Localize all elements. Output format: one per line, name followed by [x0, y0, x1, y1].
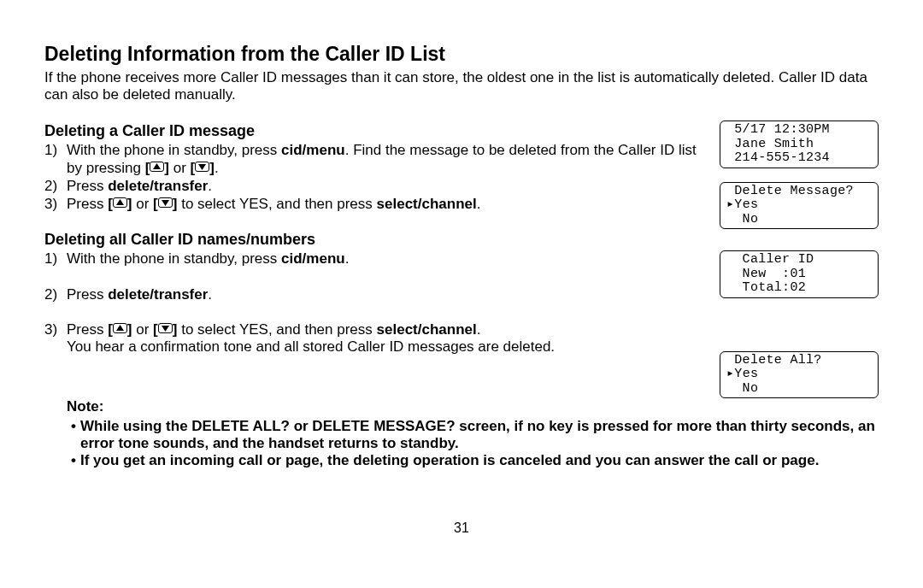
lcd-line: ▸Yes — [726, 368, 872, 382]
step-body: Press [] or [] to select YES, and then p… — [67, 196, 711, 213]
svg-marker-5 — [162, 326, 169, 332]
lcd-line: Jane Smith — [726, 138, 872, 152]
btn-label: delete/transfer — [108, 286, 208, 303]
txt: With the phone in standby, press — [67, 250, 281, 267]
page-title: Deleting Information from the Caller ID … — [44, 43, 879, 66]
txt: Press — [67, 178, 108, 194]
section1-steps: 1) With the phone in standby, press cid/… — [44, 142, 711, 212]
txt: or — [169, 160, 191, 176]
section1-text: Deleting a Caller ID message 1) With the… — [44, 121, 711, 227]
txt: to select YES, and then press — [177, 321, 376, 338]
up-arrow-icon — [150, 162, 164, 172]
lcd-line: Delete Message? — [726, 185, 872, 199]
note-label: Note: — [67, 398, 103, 415]
bullet-icon: • — [67, 452, 80, 469]
lcd-line: No — [726, 382, 872, 397]
lcd-col-1: 5/17 12:30PM Jane Smith 214-555-1234 Del… — [720, 121, 879, 229]
txt: Press — [67, 321, 108, 338]
lcd-line: Delete All? — [726, 354, 872, 368]
txt: . — [477, 196, 481, 212]
btn-label: [] — [145, 160, 169, 176]
lcd-caller-entry: 5/17 12:30PM Jane Smith 214-555-1234 — [720, 121, 879, 168]
note-block: Note: •While using the DELETE ALL? or DE… — [44, 398, 879, 468]
btn-label: [] — [108, 321, 132, 338]
txt: Press — [67, 286, 108, 303]
lcd-line: 214-555-1234 — [726, 151, 872, 166]
down-arrow-icon — [158, 197, 173, 208]
note-text: If you get an incoming call or page, the… — [80, 452, 879, 469]
btn-label: [] — [153, 196, 177, 212]
lcd-line: Caller ID — [726, 253, 872, 268]
down-arrow-icon — [195, 162, 209, 172]
step-number: 3) — [44, 321, 67, 338]
note-list: •While using the DELETE ALL? or DELETE M… — [44, 418, 879, 469]
step-2-1: 1) With the phone in standby, press cid/… — [44, 250, 711, 268]
txt: or — [132, 321, 154, 338]
svg-marker-2 — [116, 199, 124, 205]
step-body: Press delete/transfer. — [67, 286, 711, 303]
btn-label: [] — [108, 196, 132, 212]
btn-label: select/channel — [377, 196, 477, 212]
lcd-line: 5/17 12:30PM — [726, 123, 872, 138]
step-number: 3) — [44, 196, 67, 213]
step-number: 1) — [44, 250, 67, 268]
step-1-3: 3) Press [] or [] to select YES, and the… — [44, 196, 711, 213]
step-body: Press [] or [] to select YES, and then p… — [67, 321, 711, 356]
txt: . — [208, 178, 212, 194]
txt: You hear a confirmation tone and all sto… — [67, 338, 555, 355]
svg-marker-3 — [162, 200, 169, 206]
section-delete-all: 1) With the phone in standby, press cid/… — [44, 250, 879, 398]
lcd-line: ▸Yes — [726, 198, 872, 213]
txt: Press — [67, 196, 108, 212]
svg-marker-1 — [198, 164, 206, 170]
step-number: 2) — [44, 178, 67, 195]
section2-text: 1) With the phone in standby, press cid/… — [44, 250, 711, 356]
page-number: 31 — [44, 520, 879, 537]
lcd-col-2: Caller ID New :01 Total:02 Delete All?▸Y… — [720, 250, 879, 398]
step-1-2: 2) Press delete/transfer. — [44, 178, 711, 195]
btn-label: [] — [191, 160, 215, 176]
lcd-caller-id-totals: Caller ID New :01 Total:02 — [720, 250, 879, 298]
svg-marker-4 — [116, 325, 124, 331]
step-1-1: 1) With the phone in standby, press cid/… — [44, 142, 711, 176]
section1-heading: Deleting a Caller ID message — [44, 122, 711, 140]
down-arrow-icon — [158, 323, 173, 333]
lcd-line: New :01 — [726, 268, 872, 282]
txt: With the phone in standby, press — [67, 142, 281, 158]
bullet-icon: • — [67, 418, 80, 435]
lcd-delete-all: Delete All?▸Yes No — [720, 351, 879, 399]
section2-steps-2: 2) Press delete/transfer. — [44, 286, 711, 303]
step-body: Press delete/transfer. — [67, 178, 711, 195]
step-2-2: 2) Press delete/transfer. — [44, 286, 711, 303]
step-body: With the phone in standby, press cid/men… — [67, 142, 711, 176]
section2-steps: 1) With the phone in standby, press cid/… — [44, 250, 711, 268]
step-2-3: 3) Press [] or [] to select YES, and the… — [44, 321, 711, 356]
txt: to select YES, and then press — [177, 196, 376, 212]
up-arrow-icon — [113, 323, 127, 333]
step-number: 2) — [44, 286, 67, 303]
btn-label: [] — [153, 321, 177, 338]
svg-marker-0 — [153, 163, 161, 169]
note-text: While using the DELETE ALL? or DELETE ME… — [80, 418, 879, 452]
lcd-line: No — [726, 213, 872, 227]
section2-heading: Deleting all Caller ID names/numbers — [44, 231, 879, 249]
up-arrow-icon — [113, 197, 127, 208]
step-body: With the phone in standby, press cid/men… — [67, 250, 711, 268]
lcd-line: Total:02 — [726, 281, 872, 296]
txt: . — [477, 321, 481, 338]
txt: . — [345, 250, 350, 267]
btn-label: cid/menu — [281, 250, 345, 267]
lcd-delete-message: Delete Message?▸Yes No — [720, 182, 879, 230]
btn-label: cid/menu — [281, 142, 345, 158]
note-item: •If you get an incoming call or page, th… — [67, 452, 879, 469]
txt: . — [215, 160, 219, 176]
section-delete-one: Deleting a Caller ID message 1) With the… — [44, 121, 879, 229]
txt: or — [132, 196, 154, 212]
note-item: •While using the DELETE ALL? or DELETE M… — [67, 418, 879, 452]
btn-label: select/channel — [377, 321, 477, 338]
section2-steps-3: 3) Press [] or [] to select YES, and the… — [44, 321, 711, 356]
step-number: 1) — [44, 142, 67, 159]
txt: . — [208, 286, 212, 303]
intro-text: If the phone receives more Caller ID mes… — [44, 69, 879, 103]
btn-label: delete/transfer — [108, 178, 208, 194]
